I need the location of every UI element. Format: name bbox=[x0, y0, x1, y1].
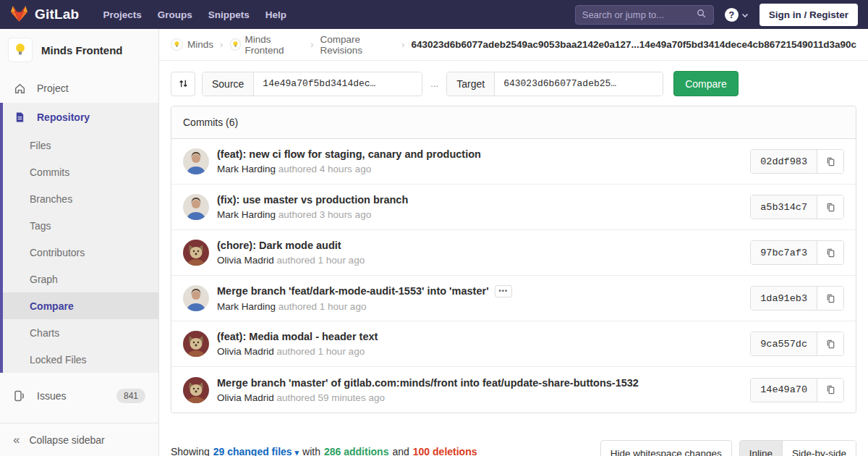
deletions-count: 100 deletions bbox=[413, 446, 477, 456]
commits-panel: Commits (6) (feat): new ci flow for stag… bbox=[171, 106, 856, 413]
hide-whitespace-button[interactable]: Hide whitespace changes bbox=[600, 440, 732, 456]
copy-sha-button[interactable] bbox=[817, 150, 843, 173]
sidebar-item-issues[interactable]: Issues 841 bbox=[0, 381, 158, 410]
help-menu[interactable]: ? bbox=[725, 8, 749, 22]
commit-sha-link[interactable]: 9ca557dc bbox=[751, 332, 817, 355]
sidebar-item-locked-files[interactable]: Locked Files bbox=[3, 346, 158, 373]
sidebar-item-charts[interactable]: Charts bbox=[3, 319, 158, 346]
showing-label: Showing bbox=[171, 446, 210, 456]
collapse-sidebar-button[interactable]: « Collapse sidebar bbox=[0, 423, 158, 456]
target-field-group: Target bbox=[446, 72, 663, 96]
commit-title-link[interactable]: (fix): use master vs production branch bbox=[217, 194, 408, 206]
breadcrumb-minds[interactable]: Minds bbox=[171, 38, 213, 51]
copy-sha-button[interactable] bbox=[817, 332, 843, 355]
breadcrumb-label: Minds bbox=[187, 39, 213, 50]
gitlab-tanuki-icon bbox=[10, 4, 28, 25]
sha-group: 14e49a70 bbox=[750, 378, 844, 402]
commit-meta-text: authored 4 hours ago bbox=[278, 164, 371, 174]
sidebar-item-compare[interactable]: Compare bbox=[3, 292, 158, 319]
breadcrumb-label: Compare Revisions bbox=[320, 34, 395, 56]
source-label: Source bbox=[203, 72, 254, 96]
commit-sha-link[interactable]: 97bc7af3 bbox=[751, 241, 817, 264]
nav-snippets[interactable]: Snippets bbox=[200, 9, 258, 20]
breadcrumb-compare-revisions[interactable]: Compare Revisions bbox=[320, 34, 395, 56]
gitlab-brand[interactable]: GitLab bbox=[10, 4, 79, 25]
commit-author-link[interactable]: Mark Harding bbox=[217, 164, 276, 174]
commit-row: Merge branch 'feat/dark-mode-audit-1553'… bbox=[171, 276, 856, 321]
avatar-mark-harding bbox=[183, 285, 209, 311]
copy-icon bbox=[825, 248, 836, 258]
copy-sha-button[interactable] bbox=[817, 241, 843, 264]
search-input[interactable] bbox=[582, 9, 696, 20]
sha-group: 9ca557dc bbox=[750, 332, 844, 356]
source-field-group: Source bbox=[202, 72, 422, 96]
commit-title-link[interactable]: Merge branch 'feat/dark-mode-audit-1553'… bbox=[217, 285, 489, 297]
commit-author-link[interactable]: Olivia Madrid bbox=[217, 392, 274, 403]
commit-sha-link[interactable]: 02ddf983 bbox=[751, 150, 817, 173]
copy-icon bbox=[825, 156, 836, 167]
commit-sha-link[interactable]: a5b314c7 bbox=[751, 195, 817, 219]
commit-author-link[interactable]: Mark Harding bbox=[217, 301, 276, 312]
avatar-olivia-madrid bbox=[183, 331, 209, 357]
sidebar-item-graph[interactable]: Graph bbox=[3, 266, 158, 292]
commit-author-link[interactable]: Olivia Madrid bbox=[217, 346, 274, 357]
sha-group: 02ddf983 bbox=[750, 149, 844, 174]
chevron-down-icon bbox=[741, 8, 749, 21]
nav-help[interactable]: Help bbox=[258, 9, 294, 20]
project-avatar[interactable] bbox=[8, 38, 33, 62]
copy-icon bbox=[825, 293, 836, 304]
inline-view-button[interactable]: Inline bbox=[740, 441, 783, 456]
home-icon bbox=[13, 83, 26, 95]
commit-meta-text: authored 3 hours ago bbox=[278, 209, 371, 220]
commit-meta-text: authored 1 hour ago bbox=[277, 255, 365, 266]
collapse-sidebar-label: Collapse sidebar bbox=[29, 434, 104, 446]
copy-sha-button[interactable] bbox=[817, 287, 843, 310]
question-icon: ? bbox=[725, 8, 739, 22]
sidebar-item-tags[interactable]: Tags bbox=[3, 212, 158, 239]
breadcrumb-current-range: 643023d6b6077adeb2549ac9053baa2142e0a127… bbox=[411, 39, 856, 50]
expand-commit-description-button[interactable]: ••• bbox=[495, 285, 512, 297]
side-by-side-view-button[interactable]: Side-by-side bbox=[783, 441, 856, 456]
compare-button[interactable]: Compare bbox=[673, 71, 739, 96]
source-input[interactable] bbox=[254, 72, 422, 96]
commit-sha-link[interactable]: 1da91eb3 bbox=[751, 287, 817, 310]
search-box bbox=[575, 5, 714, 25]
breadcrumb-minds-frontend[interactable]: Minds Frontend bbox=[230, 34, 305, 56]
breadcrumb-separator: › bbox=[220, 39, 224, 50]
project-avatar-icon bbox=[230, 38, 241, 51]
sidebar-item-project[interactable]: Project bbox=[0, 74, 158, 103]
sidebar-item-label: Project bbox=[37, 83, 69, 94]
sidebar-item-repository[interactable]: Repository bbox=[3, 103, 158, 132]
changed-files-dropdown[interactable]: 29 changed files ▾ bbox=[213, 446, 299, 456]
nav-projects[interactable]: Projects bbox=[95, 9, 149, 20]
sidebar-item-branches[interactable]: Branches bbox=[3, 185, 158, 212]
range-dots: ... bbox=[429, 78, 440, 89]
nav-groups[interactable]: Groups bbox=[150, 9, 200, 20]
commit-row: (fix): use master vs production branch M… bbox=[171, 185, 856, 230]
issues-count-badge: 841 bbox=[116, 389, 145, 403]
target-input[interactable] bbox=[495, 72, 663, 96]
issues-icon bbox=[13, 390, 26, 402]
sidebar-item-files[interactable]: Files bbox=[3, 132, 158, 159]
swap-icon bbox=[178, 78, 189, 89]
commit-row: (chore): Dark mode audit Olivia Madrid a… bbox=[171, 230, 856, 276]
copy-sha-button[interactable] bbox=[817, 195, 843, 219]
sidebar-item-commits[interactable]: Commits bbox=[3, 159, 158, 185]
commit-author-link[interactable]: Mark Harding bbox=[217, 209, 276, 220]
swap-revisions-button[interactable] bbox=[171, 72, 195, 96]
commit-title-link[interactable]: (feat): Media modal - header text bbox=[217, 331, 378, 342]
commit-row: Merge branch 'master' of gitlab.com:mind… bbox=[171, 367, 856, 413]
commit-author-link[interactable]: Olivia Madrid bbox=[217, 255, 274, 266]
commit-meta-text: authored 1 hour ago bbox=[277, 346, 365, 357]
commit-title-link[interactable]: (chore): Dark mode audit bbox=[217, 240, 341, 251]
sidebar-item-contributors[interactable]: Contributors bbox=[3, 239, 158, 266]
commit-title-link[interactable]: Merge branch 'master' of gitlab.com:mind… bbox=[217, 377, 639, 389]
copy-sha-button[interactable] bbox=[817, 379, 843, 402]
commit-meta-text: authored 59 minutes ago bbox=[277, 392, 385, 403]
commit-sha-link[interactable]: 14e49a70 bbox=[751, 379, 817, 402]
sidebar: Minds Frontend Project Repository Files … bbox=[0, 29, 159, 456]
sign-in-register-button[interactable]: Sign in / Register bbox=[760, 4, 858, 26]
commit-title-link[interactable]: (feat): new ci flow for staging, canary … bbox=[217, 148, 481, 160]
top-navbar: GitLab Projects Groups Snippets Help ? S… bbox=[0, 0, 868, 29]
copy-icon bbox=[825, 384, 836, 395]
